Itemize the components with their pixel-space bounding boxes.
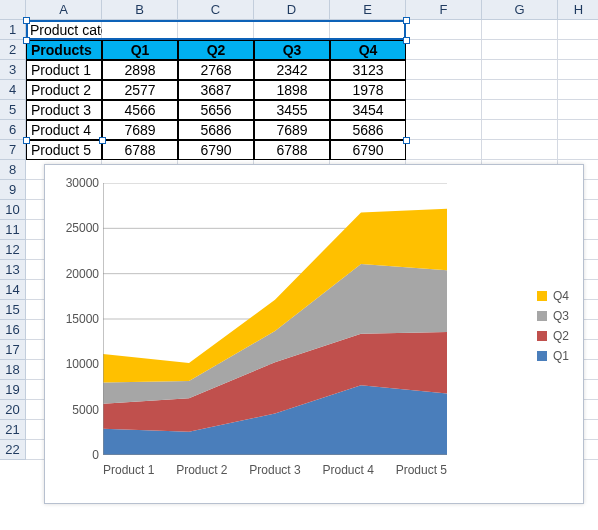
column-header[interactable]: E — [330, 0, 406, 20]
table-data-cell[interactable]: 2898 — [102, 60, 178, 80]
chart-plot-area — [103, 183, 447, 455]
cell[interactable] — [482, 80, 558, 100]
column-header[interactable]: A — [26, 0, 102, 20]
cell[interactable] — [558, 20, 598, 40]
legend-item: Q3 — [537, 309, 569, 323]
table-data-cell[interactable]: 4566 — [102, 100, 178, 120]
legend-item: Q4 — [537, 289, 569, 303]
title-cell[interactable]: Product category wise querterly revenue(… — [26, 20, 102, 40]
row-header[interactable]: 13 — [0, 260, 26, 280]
cell[interactable] — [558, 120, 598, 140]
selection-handle[interactable] — [23, 137, 30, 144]
row-header[interactable]: 4 — [0, 80, 26, 100]
table-header-cell[interactable]: Q4 — [330, 40, 406, 60]
selection-handle[interactable] — [23, 37, 30, 44]
row-header[interactable]: 3 — [0, 60, 26, 80]
cell[interactable] — [406, 80, 482, 100]
cell[interactable] — [406, 40, 482, 60]
row-header[interactable]: 17 — [0, 340, 26, 360]
table-data-cell[interactable]: 7689 — [254, 120, 330, 140]
cell[interactable] — [482, 20, 558, 40]
row-header[interactable]: 5 — [0, 100, 26, 120]
column-header[interactable]: C — [178, 0, 254, 20]
cell[interactable] — [102, 20, 178, 40]
selection-handle[interactable] — [403, 17, 410, 24]
column-header[interactable]: B — [102, 0, 178, 20]
cell[interactable] — [482, 140, 558, 160]
column-header[interactable]: H — [558, 0, 598, 20]
table-data-cell[interactable]: 5656 — [178, 100, 254, 120]
row-header[interactable]: 8 — [0, 160, 26, 180]
chart-y-axis-labels: 050001000015000200002500030000 — [57, 175, 99, 461]
table-data-cell[interactable]: Product 5 — [26, 140, 102, 160]
table-data-cell[interactable]: 3123 — [330, 60, 406, 80]
cell[interactable] — [406, 60, 482, 80]
table-data-cell[interactable]: Product 2 — [26, 80, 102, 100]
column-header[interactable]: F — [406, 0, 482, 20]
table-header-cell[interactable]: Q2 — [178, 40, 254, 60]
cell[interactable] — [406, 20, 482, 40]
table-data-cell[interactable]: 6788 — [254, 140, 330, 160]
table-data-cell[interactable]: Product 1 — [26, 60, 102, 80]
y-tick-label: 15000 — [57, 312, 99, 326]
cell[interactable] — [558, 80, 598, 100]
table-data-cell[interactable]: 6790 — [178, 140, 254, 160]
table-data-cell[interactable]: 3454 — [330, 100, 406, 120]
table-header-cell[interactable]: Q1 — [102, 40, 178, 60]
table-data-cell[interactable]: 6790 — [330, 140, 406, 160]
selection-handle[interactable] — [403, 37, 410, 44]
table-data-cell[interactable]: 5686 — [330, 120, 406, 140]
column-header[interactable]: D — [254, 0, 330, 20]
row-header[interactable]: 14 — [0, 280, 26, 300]
cell[interactable] — [558, 140, 598, 160]
selection-handle[interactable] — [403, 137, 410, 144]
table-data-cell[interactable]: 5686 — [178, 120, 254, 140]
cell[interactable] — [558, 60, 598, 80]
cell[interactable] — [482, 40, 558, 60]
cell[interactable] — [482, 100, 558, 120]
row-header[interactable]: 10 — [0, 200, 26, 220]
legend-swatch — [537, 291, 547, 301]
table-data-cell[interactable]: 2768 — [178, 60, 254, 80]
selection-handle[interactable] — [23, 17, 30, 24]
table-data-cell[interactable]: 7689 — [102, 120, 178, 140]
row-header[interactable]: 12 — [0, 240, 26, 260]
chart-object[interactable]: 050001000015000200002500030000 Product 1… — [44, 164, 584, 504]
table-data-cell[interactable]: 1898 — [254, 80, 330, 100]
table-header-cell[interactable]: Products — [26, 40, 102, 60]
table-data-cell[interactable]: 2342 — [254, 60, 330, 80]
legend-label: Q3 — [553, 309, 569, 323]
cell[interactable] — [482, 120, 558, 140]
table-data-cell[interactable]: Product 4 — [26, 120, 102, 140]
x-tick-label: Product 3 — [249, 463, 300, 483]
cell[interactable] — [406, 100, 482, 120]
row-header[interactable]: 19 — [0, 380, 26, 400]
cell[interactable] — [406, 140, 482, 160]
legend-swatch — [537, 331, 547, 341]
row-header[interactable]: 22 — [0, 440, 26, 460]
cell[interactable] — [254, 20, 330, 40]
table-data-cell[interactable]: 3687 — [178, 80, 254, 100]
table-data-cell[interactable]: 3455 — [254, 100, 330, 120]
cell[interactable] — [178, 20, 254, 40]
table-header-cell[interactable]: Q3 — [254, 40, 330, 60]
row-header[interactable]: 11 — [0, 220, 26, 240]
row-header[interactable]: 18 — [0, 360, 26, 380]
row-header[interactable]: 20 — [0, 400, 26, 420]
cell[interactable] — [482, 60, 558, 80]
cell[interactable] — [558, 40, 598, 60]
table-data-cell[interactable]: 2577 — [102, 80, 178, 100]
row-header[interactable]: 16 — [0, 320, 26, 340]
cell[interactable] — [330, 20, 406, 40]
table-data-cell[interactable]: 1978 — [330, 80, 406, 100]
chart-x-axis-labels: Product 1Product 2Product 3Product 4Prod… — [103, 463, 447, 483]
row-header[interactable]: 15 — [0, 300, 26, 320]
row-header[interactable]: 9 — [0, 180, 26, 200]
selection-handle[interactable] — [99, 137, 106, 144]
cell[interactable] — [558, 100, 598, 120]
column-header[interactable]: G — [482, 0, 558, 20]
row-header[interactable]: 21 — [0, 420, 26, 440]
table-data-cell[interactable]: Product 3 — [26, 100, 102, 120]
table-data-cell[interactable]: 6788 — [102, 140, 178, 160]
cell[interactable] — [406, 120, 482, 140]
